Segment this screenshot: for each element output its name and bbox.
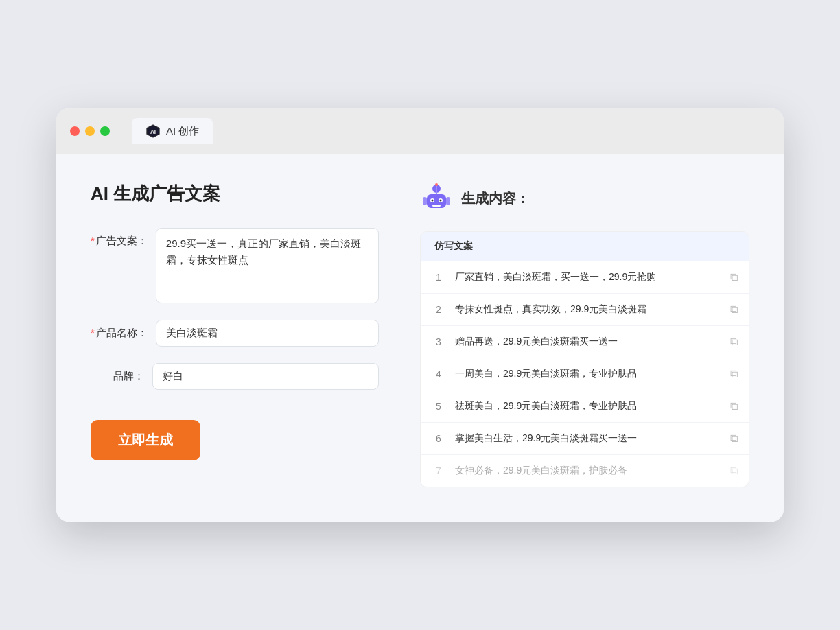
product-name-label: *产品名称： [91, 320, 156, 340]
row-number: 2 [432, 304, 445, 315]
browser-window: AI AI 创作 AI 生成广告文案 *广告文案： 29.9买一送一，真正的厂家… [56, 108, 784, 522]
row-number: 4 [432, 369, 445, 380]
svg-point-8 [432, 200, 434, 202]
result-table-header: 仿写文案 [421, 232, 749, 261]
result-header: 生成内容： [420, 182, 749, 215]
brand-input[interactable] [152, 363, 379, 390]
page-title: AI 生成广告文案 [91, 182, 379, 206]
table-row: 2专抹女性斑点，真实功效，29.9元美白淡斑霜⧉ [421, 294, 749, 326]
result-title: 生成内容： [461, 189, 530, 208]
tab-title: AI 创作 [166, 125, 199, 138]
row-text: 厂家直销，美白淡斑霜，买一送一，29.9元抢购 [455, 271, 721, 283]
minimize-button[interactable] [85, 126, 95, 136]
form-group-product-name: *产品名称： [91, 320, 379, 347]
row-text: 女神必备，29.9元美白淡斑霜，护肤必备 [455, 465, 721, 477]
browser-titlebar: AI AI 创作 [56, 108, 784, 154]
required-star-ad: * [91, 235, 95, 246]
result-table: 仿写文案 1厂家直销，美白淡斑霜，买一送一，29.9元抢购⧉2专抹女性斑点，真实… [420, 231, 749, 487]
ai-tab-icon: AI [145, 124, 161, 139]
table-row: 1厂家直销，美白淡斑霜，买一送一，29.9元抢购⧉ [421, 261, 749, 294]
table-row: 6掌握美白生活，29.9元美白淡斑霜买一送一⧉ [421, 423, 749, 455]
svg-rect-4 [423, 197, 427, 205]
copy-icon[interactable]: ⧉ [730, 368, 738, 380]
row-number: 3 [432, 336, 445, 347]
row-text: 专抹女性斑点，真实功效，29.9元美白淡斑霜 [455, 303, 721, 316]
copy-icon[interactable]: ⧉ [730, 303, 738, 316]
generate-button[interactable]: 立即生成 [91, 420, 200, 460]
ad-copy-label: *广告文案： [91, 228, 156, 248]
form-group-brand: 品牌： [91, 363, 379, 390]
row-number: 7 [432, 465, 445, 476]
right-panel: 生成内容： 仿写文案 1厂家直销，美白淡斑霜，买一送一，29.9元抢购⧉2专抹女… [420, 182, 749, 487]
row-text: 赠品再送，29.9元美白淡斑霜买一送一 [455, 336, 721, 348]
form-group-ad-copy: *广告文案： 29.9买一送一，真正的厂家直销，美白淡斑霜，专抹女性斑点 [91, 228, 379, 303]
required-star-product: * [91, 327, 95, 338]
product-name-input[interactable] [156, 320, 379, 347]
browser-content: AI 生成广告文案 *广告文案： 29.9买一送一，真正的厂家直销，美白淡斑霜，… [56, 154, 784, 522]
table-row: 7女神必备，29.9元美白淡斑霜，护肤必备⧉ [421, 455, 749, 487]
row-text: 祛斑美白，29.9元美白淡斑霜，专业护肤品 [455, 400, 721, 412]
ad-copy-input[interactable]: 29.9买一送一，真正的厂家直销，美白淡斑霜，专抹女性斑点 [156, 228, 379, 303]
table-row: 5祛斑美白，29.9元美白淡斑霜，专业护肤品⧉ [421, 390, 749, 423]
row-number: 5 [432, 401, 445, 412]
row-number: 6 [432, 433, 445, 444]
svg-rect-10 [432, 205, 441, 207]
row-text: 一周美白，29.9元美白淡斑霜，专业护肤品 [455, 368, 721, 380]
svg-rect-5 [446, 197, 450, 205]
copy-icon[interactable]: ⧉ [730, 465, 738, 477]
brand-label: 品牌： [91, 363, 152, 383]
svg-text:AI: AI [150, 129, 156, 135]
result-rows-container: 1厂家直销，美白淡斑霜，买一送一，29.9元抢购⧉2专抹女性斑点，真实功效，29… [421, 261, 749, 487]
close-button[interactable] [70, 126, 80, 136]
copy-icon[interactable]: ⧉ [730, 432, 738, 445]
svg-point-12 [435, 183, 438, 186]
copy-icon[interactable]: ⧉ [730, 336, 738, 348]
copy-icon[interactable]: ⧉ [730, 400, 738, 412]
row-text: 掌握美白生活，29.9元美白淡斑霜买一送一 [455, 432, 721, 445]
copy-icon[interactable]: ⧉ [730, 271, 738, 283]
maximize-button[interactable] [100, 126, 110, 136]
row-number: 1 [432, 272, 445, 283]
browser-tab[interactable]: AI AI 创作 [132, 118, 213, 144]
table-row: 4一周美白，29.9元美白淡斑霜，专业护肤品⧉ [421, 358, 749, 390]
svg-point-9 [440, 200, 442, 202]
robot-icon [420, 182, 453, 215]
traffic-lights [70, 126, 110, 136]
table-row: 3赠品再送，29.9元美白淡斑霜买一送一⧉ [421, 326, 749, 358]
left-panel: AI 生成广告文案 *广告文案： 29.9买一送一，真正的厂家直销，美白淡斑霜，… [91, 182, 379, 487]
